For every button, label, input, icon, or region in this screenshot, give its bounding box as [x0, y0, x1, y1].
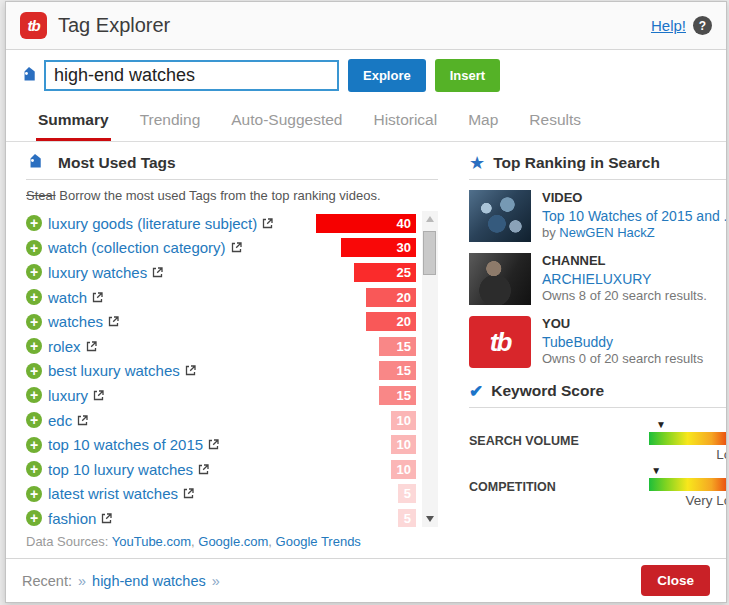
entry-kind-label: CHANNEL: [542, 253, 707, 270]
tab-results[interactable]: Results: [527, 100, 583, 141]
tag-row: + latest wrist watches 5: [26, 482, 416, 507]
tag-explorer-dialog: tb Tag Explorer Help! ? Explore Insert S…: [5, 1, 727, 603]
recent-label: Recent:: [22, 573, 72, 589]
tag-link[interactable]: top 10 watches of 2015: [48, 436, 203, 453]
tag-usage-bar: 10: [391, 435, 416, 454]
content-area: Most Used Tags Steal Borrow the most use…: [6, 142, 726, 527]
tag-link[interactable]: luxury goods (literature subject): [48, 215, 257, 232]
add-tag-plus-icon[interactable]: +: [26, 240, 42, 256]
add-tag-plus-icon[interactable]: +: [26, 363, 42, 379]
tag-link[interactable]: luxury: [48, 387, 88, 404]
add-tag-plus-icon[interactable]: +: [26, 289, 42, 305]
external-link-icon[interactable]: [262, 218, 273, 229]
tag-row: + luxury goods (literature subject) 40: [26, 211, 416, 236]
tab-summary[interactable]: Summary: [36, 100, 111, 141]
add-tag-plus-icon[interactable]: +: [26, 437, 42, 453]
entry-author-link[interactable]: NewGEN HackZ: [559, 225, 654, 240]
tag-list: + luxury goods (literature subject) 40 +…: [26, 211, 438, 527]
external-link-icon[interactable]: [198, 464, 209, 475]
scrollbar-thumb[interactable]: [423, 231, 436, 275]
tag-link[interactable]: luxury watches: [48, 264, 147, 281]
scroll-up-arrow-icon[interactable]: [422, 211, 438, 227]
explore-button[interactable]: Explore: [348, 59, 426, 92]
entry-subtext: Owns 0 of 20 search results: [542, 351, 703, 368]
add-tag-plus-icon[interactable]: +: [26, 338, 42, 354]
tag-link[interactable]: fashion: [48, 510, 96, 527]
tab-trending[interactable]: Trending: [138, 100, 203, 141]
tag-link[interactable]: watch (collection category): [48, 239, 226, 256]
tag-usage-bar: 40: [316, 214, 416, 233]
add-tag-plus-icon[interactable]: +: [26, 486, 42, 502]
tag-link[interactable]: best luxury watches: [48, 362, 180, 379]
ranking-entry: CHANNEL ARCHIELUXURY Owns 8 of 20 search…: [469, 253, 726, 305]
tab-map[interactable]: Map: [466, 100, 500, 141]
add-tag-plus-icon[interactable]: +: [26, 510, 42, 526]
external-link-icon[interactable]: [185, 365, 196, 376]
external-link-icon[interactable]: [152, 267, 163, 278]
external-link-icon[interactable]: [183, 488, 194, 499]
external-link-icon[interactable]: [208, 439, 219, 450]
add-tag-plus-icon[interactable]: +: [26, 264, 42, 280]
source-link[interactable]: Google Trends: [276, 534, 361, 549]
tag-link[interactable]: watches: [48, 313, 103, 330]
add-tag-plus-icon[interactable]: +: [26, 412, 42, 428]
insert-button[interactable]: Insert: [435, 59, 500, 92]
entry-link[interactable]: ARCHIELUXURY: [542, 270, 707, 288]
tag-link[interactable]: rolex: [48, 338, 81, 355]
tag-usage-bar: 30: [341, 238, 416, 257]
external-link-icon[interactable]: [86, 341, 97, 352]
external-link-icon[interactable]: [92, 292, 103, 303]
tag-row: + luxury 15: [26, 383, 416, 408]
keyword-input[interactable]: [44, 60, 339, 91]
meter-rating: Very Low: [649, 493, 726, 508]
checkmark-icon: ✔: [469, 383, 483, 400]
tag-link[interactable]: watch: [48, 289, 87, 306]
ranking-list: VIDEO Top 10 Watches of 2015 and ... by …: [469, 180, 726, 379]
ranking-entry: VIDEO Top 10 Watches of 2015 and ... by …: [469, 190, 726, 242]
add-tag-plus-icon[interactable]: +: [26, 215, 42, 231]
entry-subtext: Owns 8 of 20 search results.: [542, 288, 707, 305]
tag-row: + best luxury watches 15: [26, 359, 416, 384]
help-link[interactable]: Help!: [651, 17, 686, 34]
right-panel: ★ Top Ranking in Search VIDEO Top 10 Wat…: [469, 154, 726, 527]
keyword-score-title: Keyword Score: [491, 382, 604, 400]
external-link-icon[interactable]: [101, 513, 112, 524]
source-link[interactable]: Google.com: [198, 534, 268, 549]
video-photo[interactable]: [469, 190, 531, 242]
external-link-icon[interactable]: [77, 415, 88, 426]
add-tag-plus-icon[interactable]: +: [26, 461, 42, 477]
external-link-icon[interactable]: [93, 390, 104, 401]
tag-link[interactable]: latest wrist watches: [48, 485, 178, 502]
channel-photo[interactable]: [469, 253, 531, 305]
external-link-icon[interactable]: [231, 242, 242, 253]
recent-keyword-link[interactable]: high-end watches: [92, 573, 206, 589]
meter-marker-icon: ▼: [651, 466, 661, 476]
meter-marker-icon: ▼: [656, 420, 666, 430]
tag-row: + watches 20: [26, 309, 416, 334]
tab-historical[interactable]: Historical: [371, 100, 439, 141]
entry-link[interactable]: Top 10 Watches of 2015 and ...: [542, 207, 726, 225]
tab-label: Trending: [140, 111, 201, 128]
entry-link[interactable]: TubeBuddy: [542, 333, 703, 351]
tag-usage-bar: 25: [354, 263, 417, 282]
subtitle-rest: Borrow the most used Tags from the top r…: [56, 188, 381, 203]
dialog-header: tb Tag Explorer Help! ?: [6, 2, 726, 50]
entry-kind-label: VIDEO: [542, 190, 726, 207]
close-button[interactable]: Close: [641, 565, 710, 596]
question-mark-icon[interactable]: ?: [693, 16, 712, 35]
most-used-tags-title: Most Used Tags: [58, 154, 176, 172]
external-link-icon[interactable]: [108, 316, 119, 327]
add-tag-plus-icon[interactable]: +: [26, 314, 42, 330]
tag-link[interactable]: top 10 luxury watches: [48, 461, 193, 478]
top-ranking-header: ★ Top Ranking in Search: [469, 154, 726, 180]
tubebuddy-logo[interactable]: tb: [469, 316, 531, 368]
scroll-down-arrow-icon[interactable]: [422, 511, 438, 527]
tab-auto-suggested[interactable]: Auto-Suggested: [229, 100, 344, 141]
source-link[interactable]: YouTube.com: [112, 534, 191, 549]
tag-usage-bar: 5: [398, 484, 416, 503]
score-meters: SEARCH VOLUME ▼ Low COMPETITION ▼ Very L…: [469, 408, 726, 513]
tag-link[interactable]: edc: [48, 412, 72, 429]
tag-usage-bar: 15: [379, 386, 417, 405]
scrollbar[interactable]: [422, 211, 438, 527]
add-tag-plus-icon[interactable]: +: [26, 387, 42, 403]
